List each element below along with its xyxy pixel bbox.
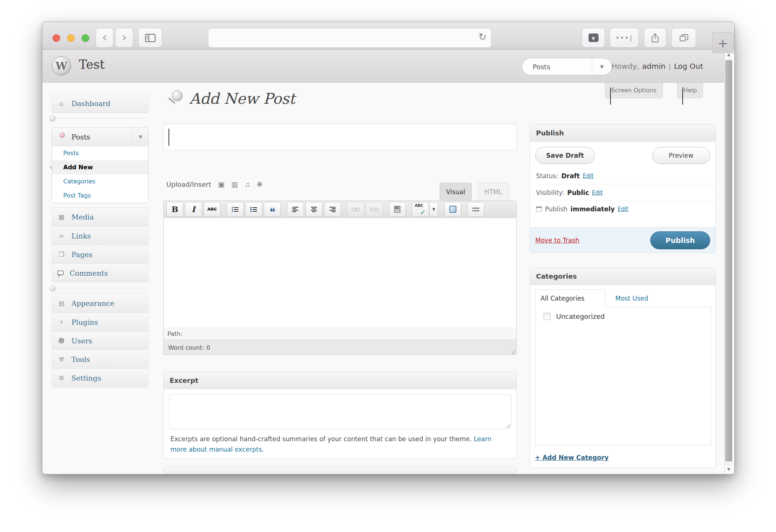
status-edit-link[interactable]: Edit [583,173,593,179]
kitchen-sink-icon [472,207,480,212]
visibility-edit-link[interactable]: Edit [592,189,603,196]
address-bar[interactable]: ↻ [208,28,491,48]
categories-header[interactable]: Categories [530,268,715,285]
menu-separator[interactable] [52,288,148,289]
post-title-input[interactable] [164,124,516,150]
sidebar-item-posts[interactable]: Posts ▼ [52,128,148,146]
fullscreen-button[interactable] [444,202,461,217]
sidebar-item-appearance[interactable]: ▤ Appearance [52,294,148,313]
reload-icon[interactable]: ↻ [478,31,487,42]
checkbox-unchecked-icon[interactable] [543,313,551,320]
sidebar-item-settings[interactable]: ⚙ Settings [52,368,148,387]
site-name[interactable]: Test [79,57,105,72]
share-button[interactable] [644,28,666,48]
unordered-list-button[interactable] [227,202,244,217]
sidebar-item-dashboard[interactable]: ⌂ Dashboard [52,94,148,113]
menu-separator[interactable] [52,118,148,119]
tab-most-used[interactable]: Most Used [615,295,648,307]
italic-button[interactable]: I [185,202,202,217]
sidebar-item-pages[interactable]: ❐ Pages [52,245,148,263]
post-title-field[interactable] [163,124,517,150]
sidebar-item-tools[interactable]: ⚒ Tools [52,350,148,368]
users-icon: ☻ [57,337,65,344]
minimize-icon[interactable] [67,34,75,42]
sidebar-item-plugins[interactable]: ⚡ Plugins [52,313,148,331]
add-new-category-link[interactable]: + Add New Category [535,454,609,461]
share-icon [651,33,660,43]
excerpt-textarea[interactable] [170,395,511,429]
add-audio-icon: ♫ [245,180,250,188]
menu-toggle-icon[interactable]: ▼ [132,128,148,146]
pocket-button[interactable]: ∨ [582,28,605,48]
sidebar-item-media[interactable]: ▦ Media [52,208,148,226]
strikethrough-button[interactable]: ABC [203,202,221,217]
editor-toolbar: B I ABC ❝ [164,201,516,218]
add-image-button[interactable]: ▣ [218,180,225,189]
sidebar-toggle-button[interactable] [138,28,162,48]
add-audio-button[interactable]: ♫ [245,180,250,189]
excerpt-box: Excerpt Excerpts are optional hand-craft… [163,372,517,459]
fullscreen-icon [449,206,456,213]
add-media-button[interactable]: ❋ [257,180,263,189]
align-left-button[interactable] [287,202,304,217]
forward-button[interactable]: › [115,28,133,48]
spellcheck-button[interactable]: ABC ✓ [412,202,429,217]
add-video-button[interactable]: ▥ [231,180,238,189]
close-icon[interactable] [52,34,60,42]
sidebar-item-links[interactable]: ∞ Links [52,226,148,245]
align-right-button[interactable] [324,202,341,217]
publish-footer: Move to Trash Publish [530,227,715,253]
sidebar-item-comments[interactable]: Comments [52,263,148,282]
calendar-icon [536,206,542,212]
page-title: Add New Post [189,90,295,107]
submenu-item-posts[interactable]: Posts [52,146,148,160]
category-list: Uncategorized [535,307,711,445]
more-tag-button[interactable] [389,202,406,217]
tabs-overview-button[interactable] [671,28,696,48]
align-center-button[interactable] [305,202,323,217]
submenu-item-categories[interactable]: Categories [52,174,148,189]
sidebar-item-users[interactable]: ☻ Users [52,331,148,350]
blockquote-button[interactable]: ❝ [264,202,281,217]
save-draft-button[interactable]: Save Draft [535,147,595,164]
publish-box: Publish Save Draft Preview Status: Draft… [530,124,716,253]
extensions-button[interactable]: •••| [610,28,639,48]
ordered-list-button[interactable] [245,202,262,217]
category-row-uncategorized[interactable]: Uncategorized [543,313,711,320]
help-tab[interactable]: Help ▼ [677,83,703,98]
insert-link-button[interactable] [347,202,364,217]
back-button[interactable]: ‹ [96,28,113,48]
editor-canvas[interactable] [164,218,516,328]
spellcheck-dropdown-button[interactable]: ▼ [429,202,438,217]
remove-link-button[interactable] [366,202,383,217]
tab-html[interactable]: HTML [478,183,509,201]
submenu-item-add-new[interactable]: Add New [52,160,148,174]
wordpress-logo: W [52,56,71,76]
username-link[interactable]: admin [642,62,666,71]
more-tag-icon [394,206,401,213]
page-scrollbar[interactable]: ▲ ▼ [724,50,733,474]
preview-button[interactable]: Preview [652,147,710,164]
publish-header[interactable]: Publish [530,125,715,142]
publish-button[interactable]: Publish [650,231,710,249]
url-input[interactable] [214,28,470,47]
dashboard-icon: ⌂ [57,100,65,107]
excerpt-header[interactable]: Excerpt [164,372,516,389]
bold-button[interactable]: B [166,202,183,217]
resize-grip-icon[interactable] [510,349,515,354]
submenu-item-post-tags[interactable]: Post Tags [52,189,148,203]
schedule-edit-link[interactable]: Edit [618,206,628,212]
zoom-icon[interactable] [81,34,89,42]
scroll-down-icon[interactable]: ▼ [725,464,733,474]
screen-options-tab[interactable]: Screen Options ▼ [605,83,663,98]
ordered-list-icon [250,206,257,212]
tab-all-categories[interactable]: All Categories [535,289,606,307]
excerpt-field[interactable] [169,394,512,429]
tab-visual[interactable]: Visual [440,183,472,201]
search-scope-select[interactable]: Posts ▼ [522,58,612,75]
kitchen-sink-button[interactable] [467,202,484,217]
move-to-trash-link[interactable]: Move to Trash [535,237,579,244]
new-tab-button[interactable]: + [712,32,734,53]
logout-link[interactable]: Log Out [674,62,703,71]
scrollbar-thumb[interactable] [725,60,732,461]
